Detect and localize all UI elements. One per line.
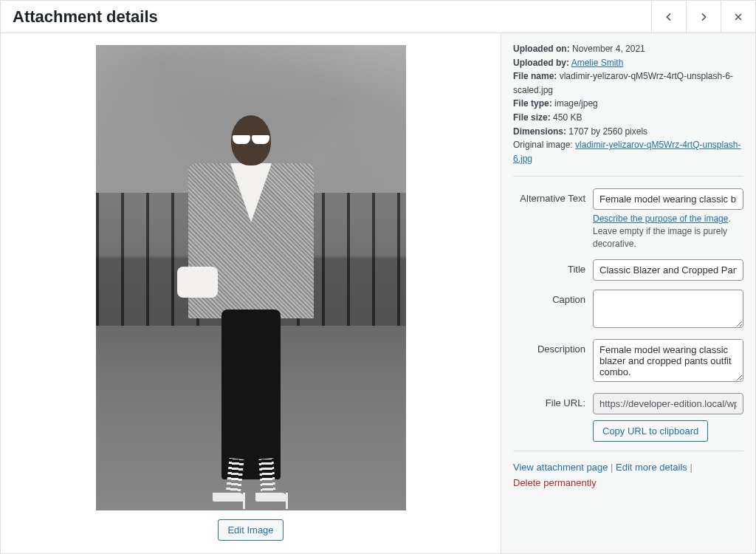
file-details: Uploaded on: November 4, 2021 Uploaded b…: [513, 42, 743, 165]
chevron-left-icon: [663, 11, 675, 23]
header-nav-buttons: [651, 1, 755, 33]
copy-url-button[interactable]: Copy URL to clipboard: [593, 420, 708, 442]
media-panel: Edit Image: [1, 33, 501, 553]
title-label: Title: [513, 259, 593, 275]
modal-body: Edit Image Uploaded on: November 4, 2021…: [1, 33, 755, 553]
close-icon: [732, 11, 744, 23]
chevron-right-icon: [698, 11, 709, 23]
image-preview-wrap: [96, 45, 406, 510]
uploaded-on-value: November 4, 2021: [572, 44, 645, 54]
modal-title: Attachment details: [1, 7, 170, 27]
file-size-value: 450 KB: [553, 112, 582, 123]
close-button[interactable]: [721, 1, 755, 33]
delete-permanently-link[interactable]: Delete permanently: [513, 477, 597, 488]
attachment-actions: View attachment page | Edit more details…: [513, 451, 743, 491]
file-size-label: File size:: [513, 112, 551, 123]
description-label: Description: [513, 339, 593, 355]
settings-form: Alternative Text Describe the purpose of…: [513, 176, 743, 441]
prev-button[interactable]: [651, 1, 686, 33]
alt-text-label: Alternative Text: [513, 188, 593, 204]
file-type-label: File type:: [513, 98, 552, 109]
details-sidebar: Uploaded on: November 4, 2021 Uploaded b…: [501, 33, 755, 553]
next-button[interactable]: [686, 1, 721, 33]
uploaded-on-label: Uploaded on:: [513, 44, 570, 54]
dimensions-value: 1707 by 2560 pixels: [568, 126, 647, 137]
image-preview: [96, 45, 406, 510]
uploaded-by-label: Uploaded by:: [513, 58, 569, 68]
edit-more-details-link[interactable]: Edit more details: [616, 462, 687, 473]
original-image-label: Original image:: [513, 140, 573, 150]
title-input[interactable]: [593, 259, 743, 281]
alt-text-help: Describe the purpose of the image. Leave…: [593, 213, 743, 250]
caption-input[interactable]: [593, 290, 743, 328]
file-type-value: image/jpeg: [554, 98, 598, 109]
attachment-details-modal: Attachment details: [0, 0, 756, 554]
alt-text-input[interactable]: [593, 188, 743, 210]
dimensions-label: Dimensions:: [513, 126, 566, 137]
alt-text-help-link[interactable]: Describe the purpose of the image: [593, 213, 728, 224]
uploaded-by-link[interactable]: Amelie Smith: [571, 58, 624, 68]
description-input[interactable]: [593, 339, 743, 382]
edit-image-button[interactable]: Edit Image: [218, 519, 283, 541]
file-url-label: File URL:: [513, 393, 593, 408]
modal-header: Attachment details: [1, 1, 755, 33]
view-attachment-link[interactable]: View attachment page: [513, 462, 608, 473]
caption-label: Caption: [513, 290, 593, 305]
file-name-label: File name:: [513, 71, 557, 81]
file-url-input[interactable]: [593, 393, 743, 414]
